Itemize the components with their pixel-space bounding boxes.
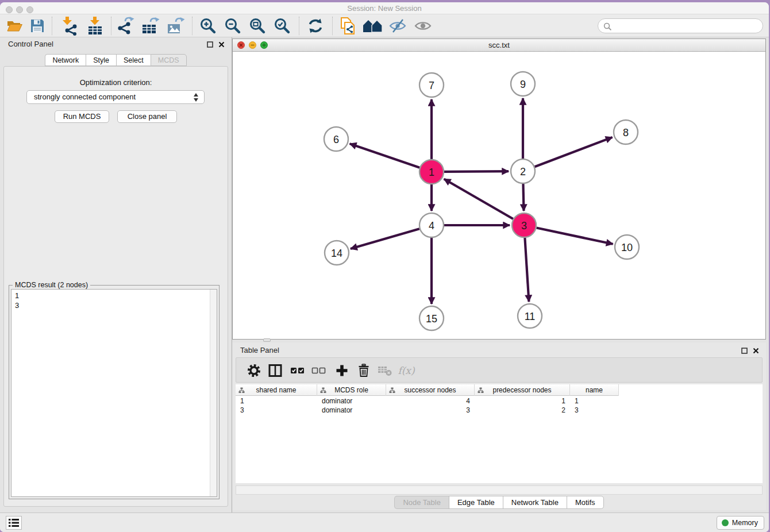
import-table-button[interactable]	[84, 16, 106, 36]
delete-table-button[interactable]	[376, 363, 394, 378]
graph-node-9[interactable]: 9	[511, 72, 535, 96]
table-cell[interactable]: dominator	[317, 406, 386, 415]
tab-select[interactable]: Select	[116, 54, 151, 66]
graph-node-3[interactable]: 3	[512, 213, 536, 237]
zoom-in-button[interactable]	[197, 16, 219, 36]
memory-label: Memory	[732, 519, 758, 527]
result-scrollbar[interactable]	[210, 290, 217, 496]
graph-edge-3-1[interactable]	[444, 179, 513, 219]
search-input[interactable]	[614, 20, 758, 32]
eye-icon	[414, 18, 432, 33]
table-cell[interactable]: 3	[570, 406, 619, 415]
table-cell[interactable]: 1	[236, 396, 317, 406]
zoom-selected-button[interactable]	[271, 16, 293, 36]
table-horizontal-scrollbar[interactable]	[236, 485, 763, 495]
graph-node-6[interactable]: 6	[324, 127, 348, 151]
table-tab-motifs[interactable]: Motifs	[567, 496, 604, 509]
graph-node-label: 2	[520, 166, 526, 178]
graph-node-1[interactable]: 1	[419, 160, 444, 184]
graph-edge-2-8[interactable]	[535, 137, 613, 167]
graph-node-14[interactable]: 14	[325, 241, 349, 265]
criterion-select[interactable]: strongly connected component	[26, 90, 205, 104]
table-tab-node-table[interactable]: Node Table	[394, 496, 449, 509]
graph-node-8[interactable]: 8	[614, 120, 638, 144]
tab-mcds[interactable]: MCDS	[151, 54, 187, 66]
table-cell[interactable]: 3	[386, 406, 475, 415]
save-session-button[interactable]	[26, 16, 48, 36]
column-header-predecessor-nodes[interactable]: predecessor nodes	[475, 384, 570, 396]
graph-edge-2-3[interactable]	[523, 184, 523, 211]
search-box	[598, 18, 763, 33]
graph-edge-3-10[interactable]	[537, 228, 613, 244]
toolbar-separator	[192, 17, 192, 35]
tab-style[interactable]: Style	[86, 54, 116, 66]
unselect-all-columns-button[interactable]	[310, 363, 328, 378]
column-header-name[interactable]: name	[570, 384, 619, 396]
table-cell[interactable]: 2	[475, 406, 570, 415]
float-panel-icon[interactable]	[207, 41, 213, 48]
table-tab-edge-table[interactable]: Edge Table	[449, 496, 503, 509]
function-icon: f(x)	[398, 365, 414, 376]
network-graph[interactable]: 7968124314101511	[233, 52, 765, 339]
zoom-fit-button[interactable]	[247, 16, 268, 36]
mcds-result-line: 3	[11, 300, 217, 310]
create-column-button[interactable]	[333, 363, 351, 378]
delete-columns-button[interactable]	[355, 363, 372, 378]
column-header-successor-nodes[interactable]: successor nodes	[386, 384, 475, 396]
graph-node-label: 10	[621, 242, 633, 253]
zoom-out-button[interactable]	[222, 16, 244, 36]
open-folder-icon	[6, 19, 22, 33]
run-mcds-button[interactable]: Run MCDS	[55, 110, 109, 123]
node-table: shared nameMCDS rolesuccessor nodesprede…	[236, 384, 763, 483]
graph-node-2[interactable]: 2	[511, 159, 535, 183]
graph-node-4[interactable]: 4	[419, 213, 444, 237]
graph-edge-1-2[interactable]	[444, 171, 509, 172]
export-image-button[interactable]	[165, 16, 187, 36]
horizontal-splitter-grip[interactable]	[263, 338, 271, 342]
network-window-titlebar[interactable]: scc.txt	[233, 39, 765, 52]
column-header-mcds-role[interactable]: MCDS role	[317, 384, 386, 396]
select-all-columns-button[interactable]	[289, 363, 306, 378]
graph-node-11[interactable]: 11	[518, 304, 542, 328]
column-label: name	[586, 386, 603, 394]
column-header-shared-name[interactable]: shared name	[236, 384, 317, 396]
mcds-tab-panel: Optimization criterion: strongly connect…	[3, 66, 228, 507]
network-canvas[interactable]: 7968124314101511	[233, 52, 765, 339]
table-options-button[interactable]	[245, 363, 263, 378]
table-cell[interactable]: dominator	[317, 396, 386, 406]
graph-node-label: 7	[429, 80, 434, 91]
mcds-result-line: 1	[11, 291, 217, 300]
show-log-button[interactable]	[6, 516, 22, 530]
table-row[interactable]: 1dominator411	[236, 396, 763, 406]
export-network-button[interactable]	[115, 16, 137, 36]
refresh-styles-button[interactable]	[305, 16, 326, 36]
graph-edge-1-6[interactable]	[350, 144, 420, 168]
show-panels-button[interactable]	[412, 16, 434, 36]
table-row[interactable]: 3dominator323	[236, 406, 763, 415]
table-cell[interactable]: 1	[570, 396, 619, 406]
graph-edge-3-11[interactable]	[525, 238, 529, 302]
graph-edge-4-14[interactable]	[351, 229, 419, 249]
graph-node-7[interactable]: 7	[419, 73, 444, 97]
tab-network[interactable]: Network	[45, 54, 86, 66]
network-overview-button[interactable]	[362, 16, 384, 36]
float-table-panel-icon[interactable]	[741, 348, 748, 354]
close-panel-icon[interactable]	[218, 41, 225, 48]
graph-node-15[interactable]: 15	[419, 306, 444, 330]
table-cell[interactable]: 1	[475, 396, 570, 406]
close-table-panel-icon[interactable]	[753, 348, 759, 354]
graph-node-label: 9	[520, 79, 526, 90]
apply-function-button[interactable]: f(x)	[398, 363, 415, 378]
table-cell[interactable]: 4	[386, 396, 475, 406]
hide-panels-button[interactable]	[387, 16, 409, 36]
export-table-button[interactable]	[140, 16, 161, 36]
table-cell[interactable]: 3	[236, 406, 317, 415]
duplicate-network-button[interactable]	[337, 16, 359, 36]
open-session-button[interactable]	[3, 16, 25, 36]
graph-node-10[interactable]: 10	[615, 235, 639, 259]
show-columns-button[interactable]	[267, 363, 284, 378]
import-network-button[interactable]	[58, 16, 80, 36]
close-panel-button[interactable]: Close panel	[117, 110, 177, 123]
memory-button[interactable]: Memory	[717, 516, 764, 530]
table-tab-network-table[interactable]: Network Table	[503, 496, 567, 509]
